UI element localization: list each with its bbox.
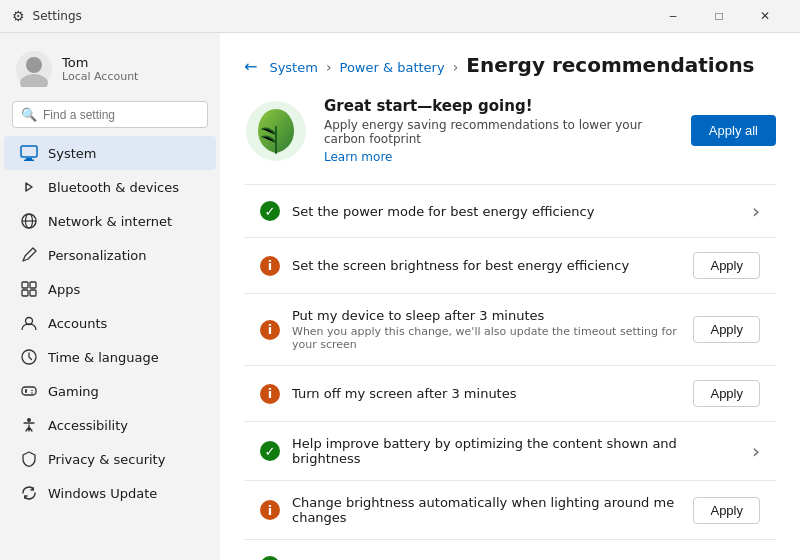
breadcrumb-current: Energy recommendations (466, 53, 754, 77)
breadcrumb-sep-1: › (326, 59, 332, 75)
search-input[interactable] (43, 108, 199, 122)
back-button[interactable]: ← (244, 57, 257, 76)
rec-item: ✓Help improve battery by optimizing the … (244, 421, 776, 480)
rec-content: Change brightness automatically when lig… (292, 495, 681, 525)
svg-rect-10 (22, 290, 28, 296)
sidebar-item-update-label: Windows Update (48, 486, 157, 501)
rec-action: Apply (693, 316, 760, 343)
minimize-button[interactable]: – (650, 0, 696, 32)
sidebar-item-gaming[interactable]: Gaming (4, 374, 216, 408)
svg-point-0 (26, 57, 42, 73)
sidebar-item-system-label: System (48, 146, 96, 161)
search-box[interactable]: 🔍 (12, 101, 208, 128)
hero-learn-more-link[interactable]: Learn more (324, 150, 392, 164)
update-icon (20, 484, 38, 502)
check-icon: ✓ (260, 441, 280, 461)
apply-button[interactable]: Apply (693, 316, 760, 343)
apps-icon (20, 280, 38, 298)
breadcrumb-part-1[interactable]: System (269, 60, 317, 75)
rec-content: Turn off my screen after 3 minutes (292, 386, 681, 401)
rec-item: ✓Set the power mode for best energy effi… (244, 184, 776, 237)
rec-content: Put my device to sleep after 3 minutesWh… (292, 308, 681, 351)
sidebar: Tom Local Account 🔍 System Bluetooth & d… (0, 33, 220, 560)
svg-rect-8 (22, 282, 28, 288)
hero-text: Great start—keep going! Apply energy sav… (324, 97, 675, 164)
apply-button[interactable]: Apply (693, 497, 760, 524)
sidebar-item-privacy-label: Privacy & security (48, 452, 165, 467)
rec-item: iChange brightness automatically when li… (244, 480, 776, 539)
sidebar-item-accounts-label: Accounts (48, 316, 107, 331)
check-icon: ✓ (260, 201, 280, 221)
breadcrumb-part-2[interactable]: Power & battery (340, 60, 445, 75)
rec-item: iPut my device to sleep after 3 minutesW… (244, 293, 776, 365)
time-icon (20, 348, 38, 366)
main-content: ← System › Power & battery › Energy reco… (220, 33, 800, 560)
recommendations-list: ✓Set the power mode for best energy effi… (244, 184, 776, 560)
rec-item: ✓Turn off my screen saver› (244, 539, 776, 560)
rec-action: › (752, 554, 760, 560)
rec-content: Set the power mode for best energy effic… (292, 204, 740, 219)
sidebar-item-update[interactable]: Windows Update (4, 476, 216, 510)
search-icon: 🔍 (21, 107, 37, 122)
sidebar-item-privacy[interactable]: Privacy & security (4, 442, 216, 476)
svg-point-19 (31, 392, 33, 394)
chevron-right-icon[interactable]: › (752, 554, 760, 560)
user-info: Tom Local Account (62, 55, 138, 83)
chevron-right-icon[interactable]: › (752, 199, 760, 223)
rec-action: › (752, 199, 760, 223)
rec-action: Apply (693, 497, 760, 524)
sidebar-item-bluetooth[interactable]: Bluetooth & devices (4, 170, 216, 204)
sidebar-item-apps[interactable]: Apps (4, 272, 216, 306)
info-icon: i (260, 256, 280, 276)
maximize-button[interactable]: □ (696, 0, 742, 32)
hero-section: Great start—keep going! Apply energy sav… (244, 97, 776, 164)
apply-button[interactable]: Apply (693, 252, 760, 279)
sidebar-item-accessibility[interactable]: Accessibility (4, 408, 216, 442)
rec-action: Apply (693, 252, 760, 279)
breadcrumb-sep-2: › (453, 59, 459, 75)
svg-rect-11 (30, 290, 36, 296)
rec-subtitle: When you apply this change, we'll also u… (292, 325, 681, 351)
rec-content: Help improve battery by optimizing the c… (292, 436, 740, 466)
sidebar-item-apps-label: Apps (48, 282, 80, 297)
bluetooth-icon (20, 178, 38, 196)
svg-rect-9 (30, 282, 36, 288)
sidebar-item-system[interactable]: System (4, 136, 216, 170)
user-role: Local Account (62, 70, 138, 83)
sidebar-item-time[interactable]: Time & language (4, 340, 216, 374)
info-icon: i (260, 320, 280, 340)
sidebar-item-network[interactable]: Network & internet (4, 204, 216, 238)
svg-rect-4 (24, 160, 34, 162)
privacy-icon (20, 450, 38, 468)
titlebar: ⚙ Settings – □ ✕ (0, 0, 800, 32)
rec-item: iTurn off my screen after 3 minutesApply (244, 365, 776, 421)
rec-action: Apply (693, 380, 760, 407)
apply-button[interactable]: Apply (693, 380, 760, 407)
sidebar-item-personalization[interactable]: Personalization (4, 238, 216, 272)
leaf-icon (244, 99, 308, 163)
apply-all-button[interactable]: Apply all (691, 115, 776, 146)
rec-title: Put my device to sleep after 3 minutes (292, 308, 681, 323)
rec-title: Turn off my screen after 3 minutes (292, 386, 681, 401)
sidebar-item-accessibility-label: Accessibility (48, 418, 128, 433)
chevron-right-icon[interactable]: › (752, 439, 760, 463)
sidebar-item-time-label: Time & language (48, 350, 159, 365)
accessibility-icon (20, 416, 38, 434)
hero-description: Apply energy saving recommendations to l… (324, 118, 675, 146)
sidebar-item-accounts[interactable]: Accounts (4, 306, 216, 340)
avatar (16, 51, 52, 87)
gaming-icon (20, 382, 38, 400)
rec-action: › (752, 439, 760, 463)
rec-item: iSet the screen brightness for best ener… (244, 237, 776, 293)
user-section: Tom Local Account (0, 41, 220, 101)
rec-title: Set the power mode for best energy effic… (292, 204, 740, 219)
sidebar-item-gaming-label: Gaming (48, 384, 99, 399)
rec-title: Help improve battery by optimizing the c… (292, 436, 740, 466)
info-icon: i (260, 500, 280, 520)
accounts-icon (20, 314, 38, 332)
window-controls: – □ ✕ (650, 0, 788, 32)
sidebar-item-personalization-label: Personalization (48, 248, 147, 263)
svg-point-1 (20, 74, 48, 87)
close-button[interactable]: ✕ (742, 0, 788, 32)
rec-content: Set the screen brightness for best energ… (292, 258, 681, 273)
